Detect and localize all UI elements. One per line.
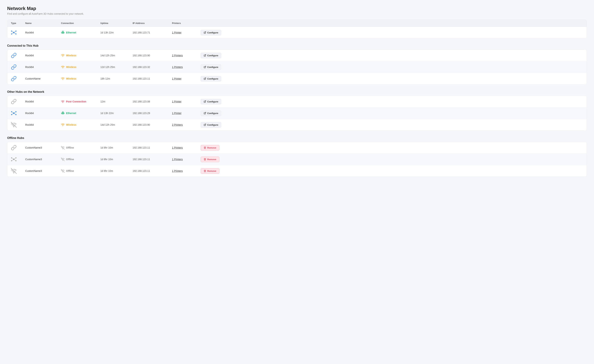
connection-cell: Wireless — [61, 54, 100, 57]
connection-cell: Offline — [61, 169, 100, 173]
table-row: Rock64 Wireless 14d 12h 25m 192.168.123.… — [7, 50, 587, 61]
ip-address: 192.168.123.11 — [133, 146, 172, 149]
table-row: CustomName3 Offline 1d 8hr 10m 192.168.1… — [7, 154, 587, 165]
table-row: Rock64 Ethernet 1d 13h 22m 192.168.123.7… — [7, 27, 587, 38]
type-icon-cell — [11, 156, 25, 162]
printers-link[interactable]: 2 Printers — [172, 54, 201, 57]
printers-link[interactable]: 1 Printer — [172, 112, 201, 115]
connection-cell: Ethernet — [61, 31, 100, 34]
device-name: Rock64 — [25, 100, 61, 103]
configure-button[interactable]: Configure — [201, 76, 221, 82]
configure-button[interactable]: Configure — [201, 30, 221, 35]
uptime: 1d 8hr 10m — [100, 158, 133, 161]
svg-line-7 — [12, 32, 14, 34]
svg-rect-38 — [62, 112, 64, 113]
type-icon-cell — [11, 52, 25, 58]
trash-icon — [204, 146, 206, 149]
link-icon — [11, 64, 17, 70]
printers-link[interactable]: 1 Printer — [172, 31, 201, 34]
svg-point-68 — [14, 173, 14, 173]
svg-line-62 — [14, 158, 16, 159]
table-row: Rock64 Ethernet 1d 13h 22m 192.168.123.2… — [7, 107, 587, 119]
remove-button[interactable]: Remove — [201, 157, 219, 162]
printers-link[interactable]: 2 Printers — [172, 123, 201, 126]
table-row: Rock64 Wireless 12d 12h 25m 192.168.123.… — [7, 61, 587, 73]
connection-cell: Wireless — [61, 123, 100, 127]
hub-icon — [11, 30, 17, 35]
svg-line-5 — [12, 31, 14, 32]
device-name: Rock64 — [25, 31, 61, 34]
configure-button[interactable]: Configure — [201, 110, 221, 116]
uptime: 1d 13h 22m — [100, 112, 133, 115]
offline-icon — [61, 146, 65, 150]
link-icon — [11, 99, 17, 104]
external-link-icon — [204, 124, 206, 126]
device-name: CustomName3 — [25, 146, 61, 149]
type-icon-cell — [11, 168, 25, 174]
configure-label: Configure — [207, 78, 218, 80]
svg-point-52 — [63, 126, 63, 126]
svg-point-23 — [63, 68, 63, 68]
uptime: 1d 8hr 10m — [100, 169, 133, 172]
printers-link[interactable]: 1 Printers — [172, 146, 201, 149]
link-icon — [11, 76, 17, 82]
wireless-icon — [61, 77, 65, 80]
svg-point-51 — [14, 126, 14, 127]
external-link-icon — [204, 54, 206, 57]
type-icon-cell — [11, 64, 25, 70]
svg-rect-41 — [63, 113, 64, 114]
remove-button[interactable]: Remove — [201, 168, 219, 174]
printers-link[interactable]: 1 Printer — [172, 77, 201, 80]
ip-address: 192.168.123.90 — [133, 54, 172, 57]
connection-cell: Offline — [61, 146, 100, 150]
external-link-icon — [204, 78, 206, 80]
external-link-icon — [204, 112, 206, 114]
table-row: CustomName Wireless 18h 12m 192.168.123.… — [7, 73, 587, 84]
table-row: Rock64 Poor Connection 12m 192.168.123.0… — [7, 96, 587, 107]
svg-line-64 — [14, 159, 16, 161]
device-name: Rock64 — [25, 112, 61, 115]
connection-label: Wireless — [66, 77, 76, 80]
svg-line-53 — [205, 124, 206, 125]
configure-button[interactable]: Configure — [201, 64, 221, 70]
svg-line-36 — [12, 113, 14, 115]
connection-label: Ethernet — [66, 112, 76, 115]
device-name: CustomName — [25, 77, 61, 80]
offline-icon — [61, 169, 65, 173]
printers-link[interactable]: 1 Printers — [172, 169, 201, 172]
ip-address: 192.168.123.11 — [133, 77, 172, 80]
configure-label: Configure — [207, 31, 218, 34]
configure-label: Configure — [207, 100, 218, 103]
svg-point-25 — [63, 79, 63, 80]
svg-line-6 — [14, 31, 16, 32]
uptime: 1d 13h 22m — [100, 31, 133, 34]
device-name: CustomName3 — [25, 158, 61, 161]
ethernet-icon — [61, 31, 65, 34]
col-ip: IP Address — [133, 22, 172, 25]
svg-line-35 — [14, 112, 16, 113]
printers-link[interactable]: 1 Printers — [172, 66, 201, 68]
table-row: Rock64 Wireless 14d 12h 25m 192.168.123.… — [7, 119, 587, 130]
configure-button[interactable]: Configure — [201, 122, 221, 128]
configure-button[interactable]: Configure — [201, 99, 221, 104]
svg-rect-40 — [62, 113, 63, 114]
svg-line-61 — [12, 158, 14, 159]
printers-link[interactable]: 1 Printer — [172, 100, 201, 103]
printers-link[interactable]: 1 Printers — [172, 158, 201, 161]
configure-label: Configure — [207, 66, 218, 68]
connected-section-title: Connected to This Hub — [7, 44, 587, 47]
ip-address: 192.168.123.11 — [133, 158, 172, 161]
hub-icon — [11, 156, 17, 162]
remove-button[interactable]: Remove — [201, 145, 219, 150]
configure-button[interactable]: Configure — [201, 53, 221, 58]
connection-cell: Wireless — [61, 77, 100, 80]
connection-cell: Offline — [61, 157, 100, 161]
svg-point-70 — [63, 172, 63, 172]
configure-label: Configure — [207, 54, 218, 57]
uptime: 14d 12h 25m — [100, 54, 133, 57]
other-section-title: Other Hubs on the Network — [7, 90, 587, 93]
uptime: 14d 12h 25m — [100, 123, 133, 126]
remove-label: Remove — [207, 158, 216, 161]
ip-address: 192.168.123.90 — [133, 123, 172, 126]
svg-line-20 — [205, 32, 206, 33]
